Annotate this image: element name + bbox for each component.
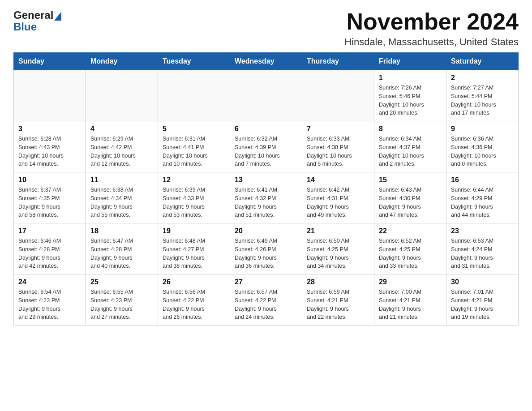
day-number: 26: [163, 278, 225, 286]
calendar-cell: 11Sunrise: 6:38 AM Sunset: 4:34 PM Dayli…: [86, 172, 158, 223]
day-info: Sunrise: 6:34 AM Sunset: 4:37 PM Dayligh…: [379, 135, 442, 168]
calendar-cell: 1Sunrise: 7:26 AM Sunset: 5:46 PM Daylig…: [374, 70, 446, 121]
day-number: 25: [90, 278, 153, 286]
calendar-cell: [302, 70, 374, 121]
calendar-cell: 25Sunrise: 6:55 AM Sunset: 4:23 PM Dayli…: [86, 274, 158, 325]
weekday-header-friday: Friday: [374, 53, 446, 70]
calendar-cell: 8Sunrise: 6:34 AM Sunset: 4:37 PM Daylig…: [374, 121, 446, 172]
calendar-cell: 2Sunrise: 7:27 AM Sunset: 5:44 PM Daylig…: [446, 70, 519, 121]
day-info: Sunrise: 6:29 AM Sunset: 4:42 PM Dayligh…: [90, 135, 153, 168]
day-info: Sunrise: 6:38 AM Sunset: 4:34 PM Dayligh…: [90, 186, 153, 219]
calendar-cell: 27Sunrise: 6:57 AM Sunset: 4:22 PM Dayli…: [230, 274, 302, 325]
day-info: Sunrise: 6:55 AM Sunset: 4:23 PM Dayligh…: [90, 288, 153, 321]
calendar-cell: 5Sunrise: 6:31 AM Sunset: 4:41 PM Daylig…: [158, 121, 230, 172]
day-number: 18: [90, 227, 153, 235]
day-number: 16: [451, 176, 514, 184]
day-number: 28: [307, 278, 369, 286]
calendar-cell: 14Sunrise: 6:42 AM Sunset: 4:31 PM Dayli…: [302, 172, 374, 223]
day-info: Sunrise: 6:33 AM Sunset: 4:38 PM Dayligh…: [307, 135, 369, 168]
day-info: Sunrise: 7:26 AM Sunset: 5:46 PM Dayligh…: [379, 84, 442, 117]
calendar-cell: 12Sunrise: 6:39 AM Sunset: 4:33 PM Dayli…: [158, 172, 230, 223]
calendar-week-2: 3Sunrise: 6:28 AM Sunset: 4:43 PM Daylig…: [14, 121, 519, 172]
calendar-cell: 24Sunrise: 6:54 AM Sunset: 4:23 PM Dayli…: [14, 274, 86, 325]
calendar-week-3: 10Sunrise: 6:37 AM Sunset: 4:35 PM Dayli…: [14, 172, 519, 223]
calendar-cell: 17Sunrise: 6:46 AM Sunset: 4:28 PM Dayli…: [14, 223, 86, 274]
day-number: 21: [307, 227, 369, 235]
header: General Blue November 2024 Hinsdale, Mas…: [13, 9, 519, 48]
day-number: 3: [18, 125, 81, 133]
calendar-cell: 10Sunrise: 6:37 AM Sunset: 4:35 PM Dayli…: [14, 172, 86, 223]
day-number: 10: [18, 176, 81, 184]
weekday-header-wednesday: Wednesday: [230, 53, 302, 70]
day-info: Sunrise: 6:48 AM Sunset: 4:27 PM Dayligh…: [163, 237, 225, 270]
calendar-cell: 13Sunrise: 6:41 AM Sunset: 4:32 PM Dayli…: [230, 172, 302, 223]
day-info: Sunrise: 6:59 AM Sunset: 4:21 PM Dayligh…: [307, 288, 369, 321]
day-info: Sunrise: 6:53 AM Sunset: 4:24 PM Dayligh…: [451, 237, 514, 270]
day-number: 19: [163, 227, 225, 235]
weekday-header-thursday: Thursday: [302, 53, 374, 70]
calendar-subtitle: Hinsdale, Massachusetts, United States: [344, 36, 519, 48]
calendar-cell: 7Sunrise: 6:33 AM Sunset: 4:38 PM Daylig…: [302, 121, 374, 172]
calendar-cell: 3Sunrise: 6:28 AM Sunset: 4:43 PM Daylig…: [14, 121, 86, 172]
calendar-cell: 4Sunrise: 6:29 AM Sunset: 4:42 PM Daylig…: [86, 121, 158, 172]
weekday-header-saturday: Saturday: [446, 53, 519, 70]
day-info: Sunrise: 6:50 AM Sunset: 4:25 PM Dayligh…: [307, 237, 369, 270]
calendar-cell: 18Sunrise: 6:47 AM Sunset: 4:28 PM Dayli…: [86, 223, 158, 274]
calendar-cell: 19Sunrise: 6:48 AM Sunset: 4:27 PM Dayli…: [158, 223, 230, 274]
day-number: 30: [451, 278, 514, 286]
day-info: Sunrise: 7:01 AM Sunset: 4:21 PM Dayligh…: [451, 288, 514, 321]
day-number: 12: [163, 176, 225, 184]
day-info: Sunrise: 6:36 AM Sunset: 4:36 PM Dayligh…: [451, 135, 514, 168]
day-info: Sunrise: 6:57 AM Sunset: 4:22 PM Dayligh…: [235, 288, 297, 321]
logo-arrow-icon: [54, 12, 61, 21]
calendar-cell: [158, 70, 230, 121]
day-info: Sunrise: 6:43 AM Sunset: 4:30 PM Dayligh…: [379, 186, 442, 219]
calendar-cell: 16Sunrise: 6:44 AM Sunset: 4:29 PM Dayli…: [446, 172, 519, 223]
day-number: 11: [90, 176, 153, 184]
title-block: November 2024 Hinsdale, Massachusetts, U…: [344, 9, 519, 48]
calendar-cell: 6Sunrise: 6:32 AM Sunset: 4:39 PM Daylig…: [230, 121, 302, 172]
logo-blue-text: Blue: [13, 21, 61, 33]
day-number: 22: [379, 227, 442, 235]
day-number: 6: [235, 125, 297, 133]
logo-general-text: General: [13, 9, 53, 21]
weekday-header-sunday: Sunday: [14, 53, 86, 70]
day-number: 5: [163, 125, 225, 133]
calendar-header-row: SundayMondayTuesdayWednesdayThursdayFrid…: [14, 53, 519, 70]
calendar-cell: [230, 70, 302, 121]
day-number: 8: [379, 125, 442, 133]
weekday-header-tuesday: Tuesday: [158, 53, 230, 70]
day-number: 7: [307, 125, 369, 133]
calendar-cell: 23Sunrise: 6:53 AM Sunset: 4:24 PM Dayli…: [446, 223, 519, 274]
day-info: Sunrise: 6:46 AM Sunset: 4:28 PM Dayligh…: [18, 237, 81, 270]
calendar-cell: 30Sunrise: 7:01 AM Sunset: 4:21 PM Dayli…: [446, 274, 519, 325]
day-number: 17: [18, 227, 81, 235]
calendar-cell: 20Sunrise: 6:49 AM Sunset: 4:26 PM Dayli…: [230, 223, 302, 274]
day-info: Sunrise: 6:44 AM Sunset: 4:29 PM Dayligh…: [451, 186, 514, 219]
calendar-cell: 21Sunrise: 6:50 AM Sunset: 4:25 PM Dayli…: [302, 223, 374, 274]
weekday-header-monday: Monday: [86, 53, 158, 70]
calendar-cell: 9Sunrise: 6:36 AM Sunset: 4:36 PM Daylig…: [446, 121, 519, 172]
day-info: Sunrise: 6:49 AM Sunset: 4:26 PM Dayligh…: [235, 237, 297, 270]
calendar-cell: [14, 70, 86, 121]
calendar-week-4: 17Sunrise: 6:46 AM Sunset: 4:28 PM Dayli…: [14, 223, 519, 274]
day-number: 23: [451, 227, 514, 235]
calendar-cell: [86, 70, 158, 121]
calendar-cell: 29Sunrise: 7:00 AM Sunset: 4:21 PM Dayli…: [374, 274, 446, 325]
day-info: Sunrise: 6:56 AM Sunset: 4:22 PM Dayligh…: [163, 288, 225, 321]
day-number: 27: [235, 278, 297, 286]
calendar-week-5: 24Sunrise: 6:54 AM Sunset: 4:23 PM Dayli…: [14, 274, 519, 325]
day-info: Sunrise: 6:39 AM Sunset: 4:33 PM Dayligh…: [163, 186, 225, 219]
day-number: 13: [235, 176, 297, 184]
day-number: 2: [451, 74, 514, 82]
day-info: Sunrise: 6:41 AM Sunset: 4:32 PM Dayligh…: [235, 186, 297, 219]
day-number: 9: [451, 125, 514, 133]
day-info: Sunrise: 6:28 AM Sunset: 4:43 PM Dayligh…: [18, 135, 81, 168]
day-info: Sunrise: 6:37 AM Sunset: 4:35 PM Dayligh…: [18, 186, 81, 219]
day-number: 24: [18, 278, 81, 286]
day-number: 29: [379, 278, 442, 286]
day-info: Sunrise: 6:54 AM Sunset: 4:23 PM Dayligh…: [18, 288, 81, 321]
calendar-cell: 28Sunrise: 6:59 AM Sunset: 4:21 PM Dayli…: [302, 274, 374, 325]
day-info: Sunrise: 7:27 AM Sunset: 5:44 PM Dayligh…: [451, 84, 514, 117]
logo: General Blue: [13, 9, 61, 33]
